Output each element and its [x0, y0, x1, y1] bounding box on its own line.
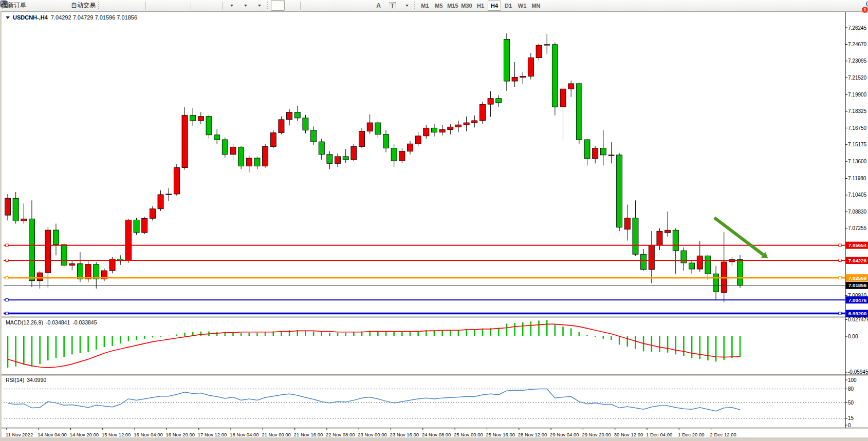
svg-text:14 Nov 20:00: 14 Nov 20:00 — [70, 432, 99, 437]
timeframe-button-M5[interactable]: M5 — [432, 1, 446, 11]
timeframe-toolbar: M1M5M15M30H1H4D1W1MN — [418, 1, 543, 11]
macd-histogram-bar — [385, 332, 387, 336]
macd-histogram-bar — [707, 336, 709, 360]
bar-chart-button[interactable] — [102, 0, 116, 11]
new-chart-button[interactable] — [42, 0, 56, 11]
chart-shift-button[interactable] — [207, 0, 220, 11]
text-label-tool-button[interactable]: T — [385, 0, 399, 11]
templates-dropdown-caret — [258, 5, 261, 7]
zoom-in-button[interactable] — [147, 0, 161, 11]
macd-histogram-bar — [603, 336, 604, 339]
svg-text:21 Nov 16:00: 21 Nov 16:00 — [294, 432, 323, 437]
svg-text:7.16750: 7.16750 — [848, 125, 867, 131]
macd-histogram-bar — [651, 336, 653, 352]
timeframe-button-M15[interactable]: M15 — [446, 1, 459, 11]
svg-text:7.11980: 7.11980 — [848, 176, 866, 181]
macd-histogram-bar — [23, 336, 25, 365]
toolbar-grip[interactable] — [267, 2, 270, 9]
timeframe-button-W1[interactable]: W1 — [515, 1, 529, 11]
svg-text:0.00: 0.00 — [848, 334, 858, 339]
macd-histogram-bar — [546, 320, 548, 336]
macd-histogram-bar — [176, 334, 178, 336]
macd-histogram-bar — [200, 332, 202, 336]
svg-text:7.19900: 7.19900 — [848, 92, 867, 98]
macd-histogram-bar — [659, 336, 660, 352]
macd-histogram-bar — [39, 336, 41, 364]
timeframe-button-H1[interactable]: H1 — [474, 1, 487, 11]
macd-histogram-bar — [168, 336, 170, 336]
timeframe-button-D1[interactable]: D1 — [502, 1, 515, 11]
price-badge: 7.05654 — [846, 242, 868, 249]
chart-window[interactable]: 7.262457.246707.230957.215207.199007.183… — [0, 11, 868, 441]
price-badge: 7.02569 — [846, 274, 868, 281]
toolbar-grip[interactable] — [414, 2, 417, 9]
svg-text:7.13600: 7.13600 — [848, 159, 867, 164]
arrows-dropdown-caret — [405, 5, 409, 7]
indicators-button[interactable] — [224, 0, 238, 11]
toolbar-separator — [300, 2, 301, 10]
timeframe-button-M30[interactable]: M30 — [460, 1, 473, 11]
arrows-tool-button[interactable] — [399, 0, 413, 11]
macd-histogram-bar — [740, 336, 741, 357]
toolbar-separator — [191, 2, 191, 10]
macd-histogram-bar — [474, 329, 475, 336]
fibonacci-tool-button[interactable]: F — [358, 0, 372, 11]
chart-ohlc-values: 7.04292 7.04729 7.01596 7.01856 — [51, 14, 137, 21]
svg-text:22 Nov 08:00: 22 Nov 08:00 — [326, 432, 355, 437]
svg-text:15: 15 — [848, 415, 854, 421]
signals-button[interactable] — [56, 0, 69, 11]
svg-text:15 Nov 12:00: 15 Nov 12:00 — [102, 432, 131, 437]
chart-canvas[interactable]: 7.262457.246707.230957.215207.199007.183… — [2, 11, 868, 441]
text-tool-button[interactable]: A — [372, 0, 385, 11]
macd-histogram-bar — [47, 336, 49, 360]
horizontal-line-tool-button[interactable] — [316, 0, 330, 11]
macd-histogram-bar — [112, 336, 113, 346]
chart-symbol-label: USDCNH-,H4 — [13, 14, 48, 21]
crosshair-tool-button[interactable] — [285, 0, 299, 11]
market-button[interactable] — [28, 0, 42, 11]
timeframe-button-MN[interactable]: MN — [529, 1, 543, 11]
svg-text:7.23095: 7.23095 — [848, 58, 867, 64]
periods-button[interactable] — [238, 0, 252, 11]
macd-histogram-bar — [731, 336, 733, 358]
macd-histogram-bar — [96, 336, 97, 350]
macd-histogram-bar — [249, 333, 250, 336]
hline-handle — [6, 244, 8, 246]
macd-histogram-bar — [441, 330, 443, 336]
vertical-line-tool-button[interactable] — [302, 0, 316, 11]
zoom-out-button[interactable] — [161, 0, 175, 11]
macd-histogram-bar — [136, 336, 137, 340]
svg-text:29 Nov 20:00: 29 Nov 20:00 — [582, 432, 611, 437]
macd-histogram-bar — [337, 333, 339, 336]
svg-text:1 Dec 04:00: 1 Dec 04:00 — [646, 432, 672, 437]
svg-text:7.24670: 7.24670 — [848, 42, 867, 47]
svg-text:7.07255: 7.07255 — [848, 225, 867, 231]
macd-histogram-bar — [313, 332, 315, 336]
macd-histogram-bar — [691, 336, 693, 358]
line-chart-button[interactable] — [130, 0, 144, 11]
symbol-dropdown-icon[interactable] — [6, 16, 10, 19]
timeframe-button-H4[interactable]: H4 — [488, 1, 501, 11]
timeframe-button-M1[interactable]: M1 — [418, 1, 432, 11]
new-order-button[interactable]: 新订单 — [6, 0, 28, 11]
macd-histogram-bar — [160, 336, 161, 337]
toolbar-grip[interactable] — [98, 2, 101, 9]
macd-histogram-bar — [152, 336, 154, 337]
macd-histogram-bar — [87, 336, 89, 352]
auto-scroll-button[interactable] — [193, 0, 207, 11]
cursor-tool-button[interactable] — [271, 0, 285, 11]
channel-tool-button[interactable]: E — [344, 0, 358, 11]
price-badge: 6.99200 — [846, 310, 868, 317]
hline-handle — [6, 259, 8, 262]
svg-text:24 Nov 08:00: 24 Nov 08:00 — [422, 432, 451, 437]
trendline-tool-button[interactable] — [330, 0, 344, 11]
candlestick-chart-button[interactable] — [116, 0, 130, 11]
macd-histogram-bar — [562, 327, 564, 336]
macd-histogram-bar — [353, 332, 355, 336]
macd-histogram-bar — [7, 336, 9, 368]
tile-windows-button[interactable] — [175, 0, 189, 11]
templates-button[interactable] — [252, 0, 266, 11]
auto-trading-button[interactable]: 自动交易 — [69, 0, 97, 11]
price-badge: 7.01856 — [846, 282, 868, 289]
macd-histogram-bar — [635, 336, 636, 349]
